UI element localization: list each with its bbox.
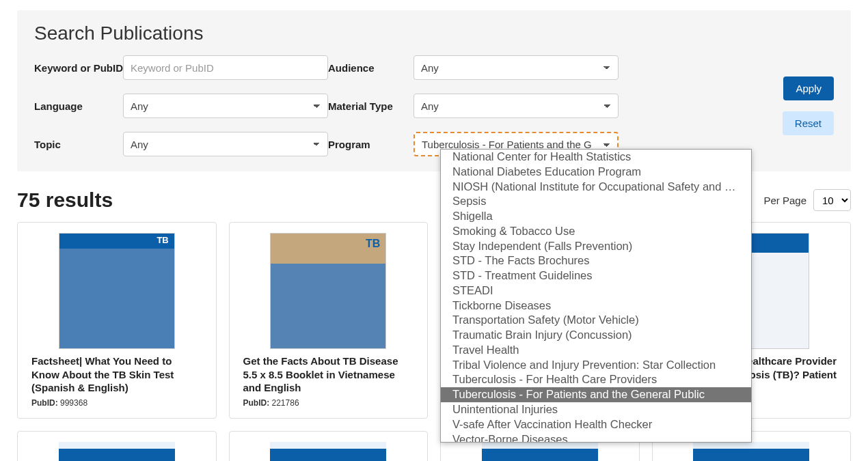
result-card[interactable]: Factsheet| What You Need to Know About t… xyxy=(17,222,217,419)
publication-thumbnail xyxy=(59,233,175,349)
program-option[interactable]: Tribal Violence and Injury Prevention: S… xyxy=(441,358,751,373)
publication-thumbnail xyxy=(693,442,809,462)
per-page-wrap: Per Page 10 xyxy=(763,189,851,211)
card-pubid: PubID: 221786 xyxy=(243,398,414,408)
program-option[interactable]: NIOSH (National Institute for Occupation… xyxy=(441,180,751,195)
label-audience: Audience xyxy=(328,62,413,74)
program-option[interactable]: National Center for Health Statistics xyxy=(441,150,751,165)
search-panel: Search Publications Keyword or PubID Aud… xyxy=(17,10,851,171)
program-option[interactable]: Tuberculosis - For Health Care Providers xyxy=(441,372,751,387)
audience-select[interactable]: Any xyxy=(413,55,619,80)
apply-button[interactable]: Apply xyxy=(783,76,834,100)
publication-thumbnail xyxy=(59,442,175,462)
program-option[interactable]: Travel Health xyxy=(441,343,751,358)
buttons-cell: Apply Reset xyxy=(619,76,834,135)
label-topic: Topic xyxy=(34,139,123,150)
results-count: 75 results xyxy=(17,188,113,212)
material-type-select[interactable]: Any xyxy=(413,94,619,118)
per-page-select[interactable]: 10 xyxy=(813,189,851,211)
search-title: Search Publications xyxy=(34,23,834,44)
program-option[interactable]: Shigella xyxy=(441,209,751,224)
result-card[interactable] xyxy=(229,431,429,462)
program-option[interactable]: Transportation Safety (Motor Vehicle) xyxy=(441,313,751,328)
program-option[interactable]: V-safe After Vaccination Health Checker xyxy=(441,417,751,432)
program-option[interactable]: Traumatic Brain Injury (Concussion) xyxy=(441,328,751,343)
program-option[interactable]: STEADI xyxy=(441,283,751,298)
program-option[interactable]: STD - Treatment Guidelines xyxy=(441,268,751,283)
card-title: Get the Facts About TB Disease 5.5 x 8.5… xyxy=(243,354,414,395)
publication-thumbnail xyxy=(482,442,598,462)
search-grid: Keyword or PubID Audience Any Apply Rese… xyxy=(34,55,834,156)
label-program: Program xyxy=(328,139,413,150)
topic-select[interactable]: Any xyxy=(123,132,328,156)
result-card[interactable]: Get the Facts About TB Disease 5.5 x 8.5… xyxy=(229,222,429,419)
program-option[interactable]: Unintentional Injuries xyxy=(441,402,751,417)
program-option[interactable]: STD - The Facts Brochures xyxy=(441,253,751,268)
card-title: Factsheet| What You Need to Know About t… xyxy=(31,354,202,395)
program-option[interactable]: Sepsis xyxy=(441,194,751,209)
keyword-input[interactable] xyxy=(123,55,328,80)
card-thumb-wrap xyxy=(31,233,202,349)
language-select[interactable]: Any xyxy=(123,94,328,118)
result-card[interactable] xyxy=(17,431,217,462)
per-page-label: Per Page xyxy=(763,195,806,206)
publication-thumbnail xyxy=(270,442,386,462)
program-option[interactable]: Vector-Borne Diseases xyxy=(441,432,751,443)
program-option[interactable]: Tuberculosis - For Patients and the Gene… xyxy=(441,387,751,402)
program-option[interactable]: Smoking & Tobacco Use xyxy=(441,224,751,239)
label-keyword: Keyword or PubID xyxy=(34,62,123,74)
label-language: Language xyxy=(34,100,123,112)
label-material-type: Material Type xyxy=(328,100,413,112)
program-option[interactable]: National Diabetes Education Program xyxy=(441,165,751,180)
program-option[interactable]: Stay Independent (Falls Prevention) xyxy=(441,239,751,254)
card-thumb-wrap xyxy=(243,233,414,349)
publication-thumbnail xyxy=(270,233,386,349)
program-dropdown-listbox[interactable]: National Center for Health StatisticsNat… xyxy=(440,149,752,443)
reset-button[interactable]: Reset xyxy=(783,111,834,135)
program-option[interactable]: Tickborne Diseases xyxy=(441,298,751,313)
card-pubid: PubID: 999368 xyxy=(31,398,202,408)
